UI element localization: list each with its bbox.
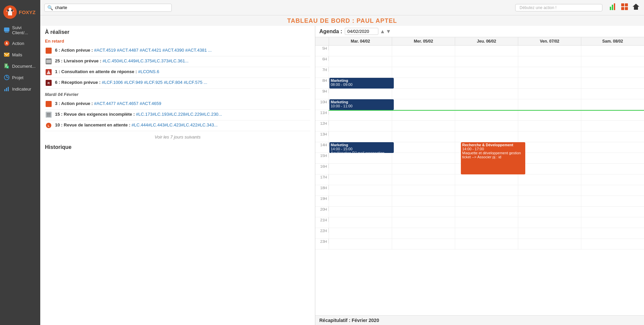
task-text: 10 : Revue de lancement en attente : #LC… <box>55 122 218 128</box>
time-cell <box>329 89 392 99</box>
time-cell <box>581 99 644 110</box>
svg-rect-26 <box>621 7 624 10</box>
agenda-event[interactable]: Marketing08:00 - 09:00 <box>329 78 394 89</box>
agenda-up-btn[interactable]: ▲ <box>380 29 385 35</box>
time-cell <box>329 228 392 238</box>
task-consult-icon <box>46 69 52 76</box>
time-cell <box>329 67 392 77</box>
time-cell <box>455 121 518 131</box>
search-container[interactable]: 🔍 <box>44 4 172 12</box>
sidebar-item-mails-label: Mails <box>12 52 22 57</box>
task-lancement-icon: L <box>46 122 52 129</box>
task-item[interactable]: 3 : Action prévue : #ACT.4477 #ACT.4657 … <box>45 99 310 110</box>
svg-rect-29 <box>46 48 52 54</box>
time-row: 20H <box>315 207 644 217</box>
time-cell <box>329 153 392 163</box>
sidebar-item-documents-label: Document... <box>12 64 36 69</box>
task-item[interactable]: 25 : Livraison prévue : #LC.450#LC.449#L… <box>45 56 310 67</box>
time-cell <box>455 46 518 56</box>
time-cell <box>518 110 581 120</box>
sidebar-logo: FOXYZ <box>0 3 40 23</box>
svg-point-2 <box>7 9 9 11</box>
svg-text:L: L <box>48 124 50 127</box>
svg-text:R: R <box>48 82 50 85</box>
time-cell <box>581 239 644 249</box>
time-row: 18H <box>315 185 644 196</box>
time-cell <box>392 131 455 142</box>
time-cell <box>581 207 644 217</box>
task-text: 6 : Réception prévue : #LCF.1006 #LCF.94… <box>55 79 207 86</box>
sidebar-item-action[interactable]: A Action <box>0 38 40 49</box>
agenda-day-jeu: Jeu. 06/02 <box>455 37 518 45</box>
sidebar-item-action-label: Action <box>12 41 24 46</box>
search-icon: 🔍 <box>47 5 53 10</box>
time-row: 6H <box>315 56 644 67</box>
fox-logo-icon <box>3 5 17 19</box>
time-col-header <box>315 37 329 45</box>
time-cell <box>518 164 581 174</box>
time-cell <box>518 217 581 228</box>
time-row: 12H <box>315 121 644 131</box>
time-cell <box>455 89 518 99</box>
time-cell <box>581 110 644 120</box>
content-area: À réaliser En retard 6 : Action prévue :… <box>40 26 644 325</box>
grid-icon[interactable] <box>621 3 629 12</box>
time-cell <box>518 185 581 196</box>
time-cell <box>455 239 518 249</box>
time-cell <box>392 153 455 163</box>
agenda-grid-header: Mar. 04/02 Mer. 05/02 Jeu. 06/02 Ven. 07… <box>315 37 644 46</box>
chart-icon[interactable] <box>609 3 617 12</box>
time-cell <box>581 164 644 174</box>
voir-suivants-link[interactable]: Voir les 7 jours suivants <box>45 134 310 140</box>
task-text: 15 : Revue des exigences incomplète : #L… <box>55 111 222 117</box>
sidebar-item-suivi-client[interactable]: Suivi Client/... <box>0 23 40 38</box>
time-label: 10H <box>315 99 329 104</box>
task-item[interactable]: 6 : Action prévue : #ACT.4519 #ACT.4487 … <box>45 46 310 56</box>
task-item[interactable]: L 10 : Revue de lancement en attente : #… <box>45 120 310 131</box>
svg-rect-5 <box>5 32 9 33</box>
time-cell <box>518 142 581 153</box>
time-row: 11H <box>315 110 644 121</box>
agenda-panel: Agenda : ▲ ▼ Mar. 04/02 Mer. 05/02 Jeu. … <box>315 26 644 325</box>
home-icon[interactable] <box>632 3 640 12</box>
recap-label: Récapitulatif : Février 2020 <box>319 318 379 323</box>
time-cell <box>518 56 581 67</box>
svg-rect-27 <box>625 7 628 10</box>
sidebar-item-projet[interactable]: Projet <box>0 72 40 83</box>
time-cell <box>329 217 392 228</box>
sidebar-item-documents[interactable]: + Document... <box>0 60 40 72</box>
time-cell <box>329 46 392 56</box>
time-cell <box>329 56 392 67</box>
time-cell <box>518 67 581 77</box>
svg-rect-21 <box>610 7 611 10</box>
suivi-client-icon <box>3 27 10 34</box>
agenda-event[interactable]: Recherche & Développement14:00 - 17:00Ma… <box>461 142 525 174</box>
task-item[interactable]: 1 : Consultation en attente de réponse :… <box>45 67 310 78</box>
time-cell <box>581 142 644 153</box>
time-cell <box>392 110 455 120</box>
svg-text:A: A <box>5 42 8 45</box>
agenda-event[interactable]: Marketing10:00 - 11:00 <box>329 99 394 110</box>
documents-icon: + <box>3 63 10 69</box>
time-cell <box>581 196 644 206</box>
agenda-date-input[interactable] <box>345 28 378 35</box>
sidebar-item-indicateur-label: Indicateur <box>12 87 31 92</box>
action-search-input[interactable]: Débutez une action ! <box>515 4 602 11</box>
sidebar-item-indicateur[interactable]: Indicateur <box>0 83 40 95</box>
time-cell <box>392 99 455 110</box>
time-cell <box>518 174 581 185</box>
agenda-event[interactable]: Marketing14:00 - 15:00Amélioration PJ ma… <box>329 142 394 153</box>
task-item[interactable]: 15 : Revue des exigences incomplète : #L… <box>45 110 310 120</box>
time-row: 7H <box>315 67 644 78</box>
agenda-day-mer: Mer. 05/02 <box>392 37 455 45</box>
task-item[interactable]: R 6 : Réception prévue : #LCF.1006 #LCF.… <box>45 78 310 89</box>
svg-rect-24 <box>621 3 624 6</box>
agenda-down-btn[interactable]: ▼ <box>386 29 391 35</box>
time-label: 11H <box>315 110 329 115</box>
time-cell <box>455 99 518 110</box>
search-input[interactable] <box>55 5 169 10</box>
time-cell <box>329 110 392 120</box>
agenda-day-ven: Ven. 07/02 <box>518 37 581 45</box>
svg-rect-8 <box>4 53 9 57</box>
sidebar-item-mails[interactable]: Mails <box>0 49 40 60</box>
